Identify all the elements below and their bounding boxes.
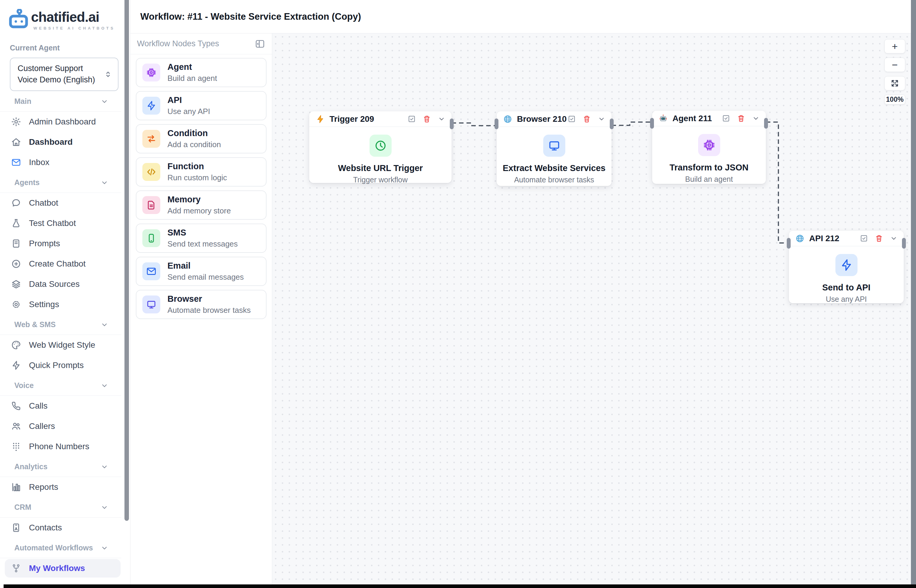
sidebar-section-crm[interactable]: CRM: [0, 497, 121, 518]
sidebar-item-label: Quick Prompts: [29, 360, 84, 370]
palette-card-memory[interactable]: MemoryAdd memory store: [136, 191, 267, 220]
current-agent-label: Current Agent: [10, 44, 130, 52]
node-action-name: Extract Website Services: [502, 163, 605, 173]
workflow-node-api-212[interactable]: API 212Send to APIUse any API: [789, 231, 904, 303]
node-checkbox[interactable]: [722, 114, 730, 123]
sidebar-item-calls[interactable]: Calls: [0, 396, 130, 416]
node-checkbox[interactable]: [859, 234, 868, 243]
chevron-down-icon: [100, 381, 109, 390]
sidebar-item-quick-prompts[interactable]: Quick Prompts: [0, 355, 130, 375]
zap-orange-icon: [316, 115, 325, 124]
sidebar-item-admin-dashboard[interactable]: Admin Dashboard: [0, 111, 130, 132]
sidebar-section-main[interactable]: Main: [0, 91, 121, 111]
workflow-header: Workflow: #11 - Website Service Extracti…: [131, 0, 916, 34]
fit-view-button[interactable]: [884, 76, 905, 90]
trash-icon[interactable]: [423, 115, 431, 123]
sidebar-item-label: Phone Numbers: [29, 442, 89, 451]
palette-card-title: Email: [168, 261, 191, 270]
chevron-down-icon[interactable]: [438, 115, 446, 123]
sidebar-item-label: Inbox: [29, 158, 50, 167]
sidebar-item-label: Test Chatbot: [29, 218, 76, 228]
sidebar-item-chatbot[interactable]: Chatbot: [0, 193, 130, 213]
sidebar-item-reports[interactable]: Reports: [0, 477, 130, 497]
sidebar-item-prompts[interactable]: Prompts: [0, 233, 130, 254]
node-header: Trigger 209: [309, 111, 452, 127]
connection-handle-right[interactable]: [902, 238, 906, 249]
current-agent-select[interactable]: Customer Support Voice Demo (English): [10, 58, 118, 91]
sidebar-item-label: Settings: [29, 300, 59, 309]
edge-agent-211-to-api-212: [766, 122, 789, 243]
sidebar-section-web-sms[interactable]: Web & SMS: [0, 315, 121, 335]
section-label: Analytics: [15, 462, 47, 471]
sidebar-item-data-sources[interactable]: Data Sources: [0, 274, 130, 294]
sidebar-item-dashboard[interactable]: Dashboard: [0, 132, 130, 152]
plus-circle-icon: [11, 259, 21, 269]
node-action-name: Send to API: [822, 283, 871, 292]
connection-handle-right[interactable]: [764, 118, 768, 129]
sidebar-item-phone-numbers[interactable]: Phone Numbers: [0, 436, 130, 457]
sidebar-item-label: Calls: [29, 401, 47, 411]
layers-icon: [11, 279, 21, 289]
palette-card-sms[interactable]: SMSSend text messages: [136, 224, 267, 253]
sidebar-item-create-chatbot[interactable]: Create Chatbot: [0, 254, 130, 274]
monitor-icon: [142, 296, 160, 313]
palette-title: Workflow Nodes Types: [137, 39, 219, 48]
sidebar-item-test-chatbot[interactable]: Test Chatbot: [0, 213, 130, 233]
select-updown-icon: [103, 70, 113, 79]
palette-card-email[interactable]: EmailSend email messages: [136, 257, 267, 286]
sidebar-section-agents[interactable]: Agents: [0, 173, 121, 193]
connection-handle-right[interactable]: [450, 118, 454, 129]
page-title: Workflow: #11 - Website Service Extracti…: [140, 11, 361, 22]
workflow-node-trigger-209[interactable]: Trigger 209Website URL TriggerTrigger wo…: [309, 111, 452, 183]
workflow-canvas[interactable]: Trigger 209Website URL TriggerTrigger wo…: [272, 34, 916, 588]
sidebar-item-web-widget-style[interactable]: Web Widget Style: [0, 335, 130, 355]
sidebar-item-callers[interactable]: Callers: [0, 416, 130, 436]
document-icon: [11, 239, 21, 249]
sidebar-scrollbar[interactable]: [124, 0, 129, 521]
node-action-name: Transform to JSON: [669, 163, 748, 173]
palette-card-condition[interactable]: ConditionAdd a condition: [136, 124, 267, 153]
workflow-node-agent-211[interactable]: Agent 211Transform to JSONBuild an agent: [652, 111, 766, 184]
sidebar-item-my-workflows[interactable]: My Workflows: [0, 558, 130, 578]
sidebar-item-contacts[interactable]: Contacts: [0, 518, 130, 538]
brand-logo: chatified.ai WEBSITE AI CHATBOTS: [0, 0, 130, 31]
brand-tagline: WEBSITE AI CHATBOTS: [31, 26, 115, 31]
trash-icon[interactable]: [583, 115, 591, 123]
sidebar-item-settings[interactable]: Settings: [0, 294, 130, 315]
workflow-nodes-panel: Workflow Nodes Types AgentBuild an agent…: [131, 34, 272, 588]
window-scrollbar[interactable]: [911, 0, 916, 588]
chevron-down-icon[interactable]: [598, 115, 606, 123]
node-action-desc: Use any API: [826, 295, 867, 304]
connection-handle-left[interactable]: [787, 238, 791, 249]
palette-card-api[interactable]: APIUse any API: [136, 91, 267, 120]
chevron-down-icon[interactable]: [752, 114, 760, 123]
palette-card-browser[interactable]: BrowserAutomate browser tasks: [136, 290, 267, 319]
palette-card-desc: Add a condition: [168, 140, 221, 149]
connection-handle-left[interactable]: [494, 118, 498, 129]
home-icon: [11, 137, 21, 147]
sidebar-section-analytics[interactable]: Analytics: [0, 457, 121, 477]
connection-handle-right[interactable]: [610, 118, 614, 129]
chevron-down-icon: [100, 463, 109, 471]
workflow-node-browser-210[interactable]: Browser 210Extract Website ServicesAutom…: [497, 111, 612, 186]
trash-icon[interactable]: [875, 234, 883, 243]
palette-card-desc: Send email messages: [168, 273, 244, 282]
node-action-desc: Build an agent: [685, 175, 733, 184]
node-checkbox[interactable]: [407, 115, 416, 123]
palette-card-function[interactable]: FunctionRun custom logic: [136, 157, 267, 187]
sidebar-section-voice[interactable]: Voice: [0, 375, 121, 396]
palette-card-desc: Send text messages: [168, 239, 238, 249]
chevron-down-icon[interactable]: [890, 234, 898, 242]
zoom-out-button[interactable]: −: [884, 58, 905, 72]
node-checkbox[interactable]: [567, 115, 576, 123]
zoom-in-button[interactable]: +: [884, 39, 905, 53]
sidebar-item-label: Contacts: [29, 523, 62, 533]
connection-handle-left[interactable]: [650, 118, 654, 129]
trash-icon[interactable]: [737, 114, 745, 123]
sidebar-item-label: Data Sources: [29, 279, 80, 289]
palette-card-agent[interactable]: AgentBuild an agent: [136, 58, 267, 87]
robot-icon: [659, 114, 668, 123]
collapse-panel-icon[interactable]: [255, 39, 265, 49]
sidebar-item-inbox[interactable]: Inbox: [0, 152, 130, 173]
sidebar-section-automated-workflows[interactable]: Automated Workflows: [0, 538, 121, 558]
